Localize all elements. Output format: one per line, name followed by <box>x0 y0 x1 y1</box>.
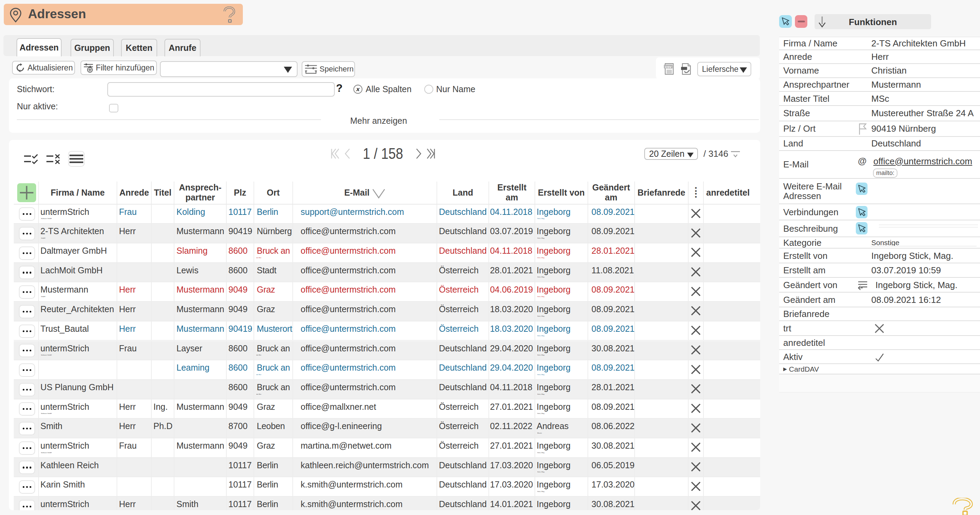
svg-text:CSV: CSV <box>665 65 671 69</box>
svg-text:x: x <box>356 86 360 93</box>
